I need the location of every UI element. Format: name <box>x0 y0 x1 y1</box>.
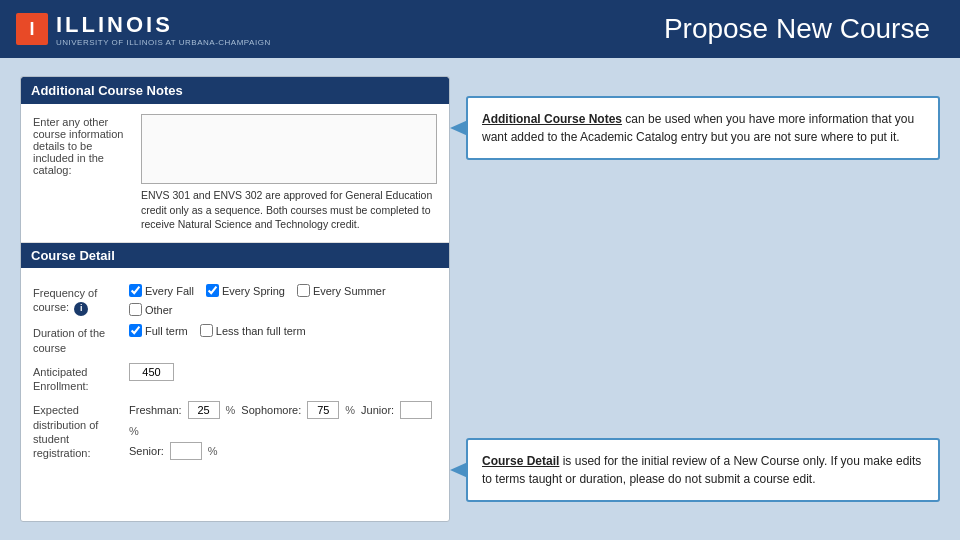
detail-tooltip-box: Course Detail is used for the initial re… <box>466 438 940 502</box>
duration-row: Duration of the course Full term Less th… <box>33 324 437 355</box>
distribution-row-2: Senior: % <box>129 442 437 460</box>
less-full-term-label: Less than full term <box>216 325 306 337</box>
other-checkbox[interactable] <box>129 303 142 316</box>
main-content: Additional Course Notes Enter any other … <box>0 58 960 540</box>
other-option[interactable]: Other <box>129 303 173 316</box>
university-logo: I ILLINOIS UNIVERSITY OF ILLINOIS AT URB… <box>16 12 271 47</box>
every-spring-option[interactable]: Every Spring <box>206 284 285 297</box>
full-term-label: Full term <box>145 325 188 337</box>
illinois-wordmark: ILLINOIS <box>56 12 173 37</box>
sophomore-label: Sophomore: <box>241 404 301 416</box>
enrollment-controls <box>129 363 174 381</box>
other-label: Other <box>145 304 173 316</box>
every-summer-checkbox[interactable] <box>297 284 310 297</box>
frequency-controls: Every Fall Every Spring Every Summer Oth… <box>129 284 437 316</box>
distribution-row-1: Freshman: % Sophomore: % Junior: % <box>129 401 437 437</box>
every-fall-label: Every Fall <box>145 285 194 297</box>
detail-tooltip-title: Course Detail <box>482 454 559 468</box>
logo-block: I <box>16 13 48 45</box>
less-full-term-checkbox[interactable] <box>200 324 213 337</box>
page-title: Propose New Course <box>664 13 930 45</box>
senior-input[interactable] <box>170 442 202 460</box>
enrollment-input[interactable] <box>129 363 174 381</box>
every-summer-option[interactable]: Every Summer <box>297 284 386 297</box>
every-fall-checkbox[interactable] <box>129 284 142 297</box>
distribution-row: Expected distribution of student registr… <box>33 401 437 460</box>
freshman-input[interactable] <box>188 401 220 419</box>
header: I ILLINOIS UNIVERSITY OF ILLINOIS AT URB… <box>0 0 960 58</box>
frequency-row: Frequency of course: i Every Fall Every … <box>33 284 437 316</box>
course-detail-section: Frequency of course: i Every Fall Every … <box>21 276 449 477</box>
notes-content: ENVS 301 and ENVS 302 are approved for G… <box>141 188 437 232</box>
every-summer-label: Every Summer <box>313 285 386 297</box>
tooltips-area: Additional Course Notes can be used when… <box>466 76 940 522</box>
full-term-option[interactable]: Full term <box>129 324 188 337</box>
every-spring-label: Every Spring <box>222 285 285 297</box>
university-subtitle: UNIVERSITY OF ILLINOIS AT URBANA-CHAMPAI… <box>56 38 271 47</box>
sophomore-input[interactable] <box>307 401 339 419</box>
additional-notes-section: Enter any other course information detai… <box>21 104 449 243</box>
enrollment-label: Anticipated Enrollment: <box>33 363 123 394</box>
full-term-checkbox[interactable] <box>129 324 142 337</box>
sophomore-percent: % <box>345 404 355 416</box>
junior-percent: % <box>129 425 139 437</box>
logo-text: ILLINOIS UNIVERSITY OF ILLINOIS AT URBAN… <box>56 12 271 47</box>
frequency-info-icon[interactable]: i <box>74 302 88 316</box>
every-spring-checkbox[interactable] <box>206 284 219 297</box>
duration-controls: Full term Less than full term <box>129 324 306 337</box>
duration-label: Duration of the course <box>33 324 123 355</box>
freshman-label: Freshman: <box>129 404 182 416</box>
freshman-percent: % <box>226 404 236 416</box>
notes-tooltip-title: Additional Course Notes <box>482 112 622 126</box>
enrollment-row: Anticipated Enrollment: <box>33 363 437 394</box>
form-panel: Additional Course Notes Enter any other … <box>20 76 450 522</box>
notes-tooltip-box: Additional Course Notes can be used when… <box>466 96 940 160</box>
frequency-label: Frequency of course: i <box>33 284 123 316</box>
distribution-label: Expected distribution of student registr… <box>33 401 123 460</box>
additional-notes-header: Additional Course Notes <box>21 77 449 104</box>
senior-label: Senior: <box>129 445 164 457</box>
every-fall-option[interactable]: Every Fall <box>129 284 194 297</box>
less-full-term-option[interactable]: Less than full term <box>200 324 306 337</box>
senior-percent: % <box>208 445 218 457</box>
course-detail-header: Course Detail <box>21 243 449 268</box>
notes-label: Enter any other course information detai… <box>33 114 133 184</box>
notes-textarea[interactable] <box>141 114 437 184</box>
junior-label: Junior: <box>361 404 394 416</box>
junior-input[interactable] <box>400 401 432 419</box>
